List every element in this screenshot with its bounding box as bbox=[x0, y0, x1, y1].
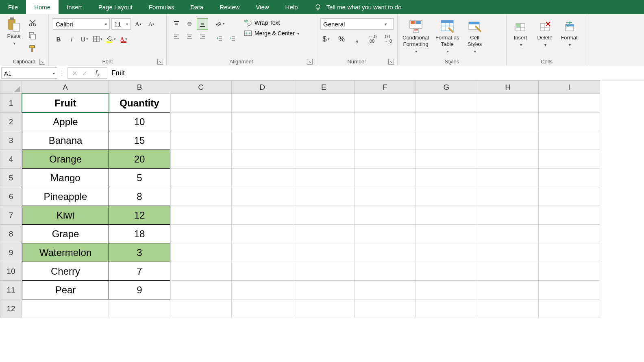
fill-color-button[interactable] bbox=[105, 34, 116, 44]
cell-F10[interactable] bbox=[355, 262, 416, 281]
cell-I6[interactable] bbox=[539, 187, 600, 206]
cell-B12[interactable] bbox=[109, 299, 170, 318]
cell-G7[interactable] bbox=[416, 206, 477, 225]
copy-button[interactable] bbox=[27, 30, 38, 41]
column-header-H[interactable]: H bbox=[477, 80, 539, 94]
cell-F12[interactable] bbox=[355, 299, 416, 318]
cell-D10[interactable] bbox=[232, 262, 293, 281]
align-right-button[interactable] bbox=[197, 31, 208, 43]
tab-help[interactable]: Help bbox=[277, 0, 306, 14]
cell-I12[interactable] bbox=[539, 299, 600, 318]
cell-G8[interactable] bbox=[416, 225, 477, 243]
cell-F2[interactable] bbox=[355, 113, 416, 131]
cell-E7[interactable] bbox=[293, 206, 355, 225]
format-as-table-button[interactable]: Format as Table bbox=[433, 17, 462, 56]
row-header-3[interactable]: 3 bbox=[0, 131, 22, 150]
cell-F5[interactable] bbox=[355, 169, 416, 187]
cell-E11[interactable] bbox=[293, 281, 355, 299]
column-header-B[interactable]: B bbox=[109, 80, 170, 94]
align-center-button[interactable] bbox=[184, 31, 195, 43]
percent-format-button[interactable]: % bbox=[336, 34, 347, 44]
cell-G11[interactable] bbox=[416, 281, 477, 299]
accounting-format-button[interactable]: $ bbox=[320, 34, 332, 44]
conditional-formatting-button[interactable]: Conditional Formatting bbox=[400, 17, 431, 56]
cell-B10[interactable]: 7 bbox=[109, 262, 170, 281]
cell-E3[interactable] bbox=[293, 131, 355, 150]
cell-A11[interactable]: Pear bbox=[22, 281, 109, 299]
tab-home[interactable]: Home bbox=[26, 0, 59, 14]
cell-D12[interactable] bbox=[232, 299, 293, 318]
cell-H5[interactable] bbox=[477, 169, 539, 187]
cell-F11[interactable] bbox=[355, 281, 416, 299]
cell-H10[interactable] bbox=[477, 262, 539, 281]
cell-A9[interactable]: Watermelon bbox=[22, 243, 109, 262]
bold-button[interactable]: B bbox=[53, 34, 64, 44]
cut-button[interactable] bbox=[27, 17, 38, 28]
tab-formulas[interactable]: Formulas bbox=[141, 0, 183, 14]
cell-I2[interactable] bbox=[539, 113, 600, 131]
cell-I1[interactable] bbox=[539, 94, 600, 113]
cell-I11[interactable] bbox=[539, 281, 600, 299]
tab-page-layout[interactable]: Page Layout bbox=[90, 0, 141, 14]
cell-F7[interactable] bbox=[355, 206, 416, 225]
chevron-down-icon[interactable]: ▾ bbox=[123, 22, 131, 26]
number-launcher[interactable]: ↘ bbox=[388, 59, 394, 65]
tab-insert[interactable]: Insert bbox=[59, 0, 90, 14]
decrease-indent-button[interactable] bbox=[214, 33, 225, 43]
cell-H9[interactable] bbox=[477, 243, 539, 262]
column-header-C[interactable]: C bbox=[170, 80, 232, 94]
cell-D6[interactable] bbox=[232, 187, 293, 206]
row-header-9[interactable]: 9 bbox=[0, 243, 22, 262]
comma-format-button[interactable]: , bbox=[351, 34, 363, 44]
row-header-8[interactable]: 8 bbox=[0, 225, 22, 243]
cell-H4[interactable] bbox=[477, 150, 539, 169]
cell-G9[interactable] bbox=[416, 243, 477, 262]
row-header-5[interactable]: 5 bbox=[0, 169, 22, 187]
column-header-A[interactable]: A bbox=[22, 80, 109, 94]
tab-file[interactable]: File bbox=[0, 0, 26, 14]
column-header-F[interactable]: F bbox=[355, 80, 416, 94]
tab-view[interactable]: View bbox=[248, 0, 277, 14]
cell-G6[interactable] bbox=[416, 187, 477, 206]
cell-A7[interactable]: Kiwi bbox=[22, 206, 109, 225]
increase-font-button[interactable]: A▴ bbox=[133, 19, 144, 29]
decrease-font-button[interactable]: A▾ bbox=[146, 19, 157, 29]
cell-C6[interactable] bbox=[170, 187, 232, 206]
column-header-D[interactable]: D bbox=[232, 80, 293, 94]
align-left-button[interactable] bbox=[171, 31, 182, 43]
cell-H7[interactable] bbox=[477, 206, 539, 225]
cell-D2[interactable] bbox=[232, 113, 293, 131]
cancel-formula-button[interactable]: ✕ bbox=[72, 69, 77, 77]
cell-F4[interactable] bbox=[355, 150, 416, 169]
tab-data[interactable]: Data bbox=[182, 0, 211, 14]
number-format-combo[interactable]: ▾ bbox=[320, 18, 394, 30]
cell-C11[interactable] bbox=[170, 281, 232, 299]
cell-C5[interactable] bbox=[170, 169, 232, 187]
fx-icon[interactable]: fx bbox=[92, 69, 103, 77]
increase-decimal-button[interactable]: ←.0.00 bbox=[367, 34, 378, 44]
cell-H6[interactable] bbox=[477, 187, 539, 206]
font-size-combo[interactable]: ▾ bbox=[111, 18, 131, 30]
cell-C4[interactable] bbox=[170, 150, 232, 169]
column-header-E[interactable]: E bbox=[293, 80, 355, 94]
cell-B9[interactable]: 3 bbox=[109, 243, 170, 262]
cell-A4[interactable]: Orange bbox=[22, 150, 109, 169]
cell-B5[interactable]: 5 bbox=[109, 169, 170, 187]
row-header-7[interactable]: 7 bbox=[0, 206, 22, 225]
format-cells-button[interactable]: Format bbox=[558, 17, 581, 49]
column-header-I[interactable]: I bbox=[539, 80, 600, 94]
cell-B11[interactable]: 9 bbox=[109, 281, 170, 299]
align-top-button[interactable] bbox=[171, 18, 182, 30]
cell-A10[interactable]: Cherry bbox=[22, 262, 109, 281]
cell-A1[interactable]: Fruit bbox=[22, 94, 109, 113]
cell-D3[interactable] bbox=[232, 131, 293, 150]
cell-E12[interactable] bbox=[293, 299, 355, 318]
cell-G1[interactable] bbox=[416, 94, 477, 113]
chevron-down-icon[interactable]: ▾ bbox=[50, 71, 57, 76]
cell-B3[interactable]: 15 bbox=[109, 131, 170, 150]
cell-C1[interactable] bbox=[170, 94, 232, 113]
cell-G4[interactable] bbox=[416, 150, 477, 169]
decrease-decimal-button[interactable]: .00→.0 bbox=[382, 34, 394, 44]
cell-D11[interactable] bbox=[232, 281, 293, 299]
cell-I8[interactable] bbox=[539, 225, 600, 243]
